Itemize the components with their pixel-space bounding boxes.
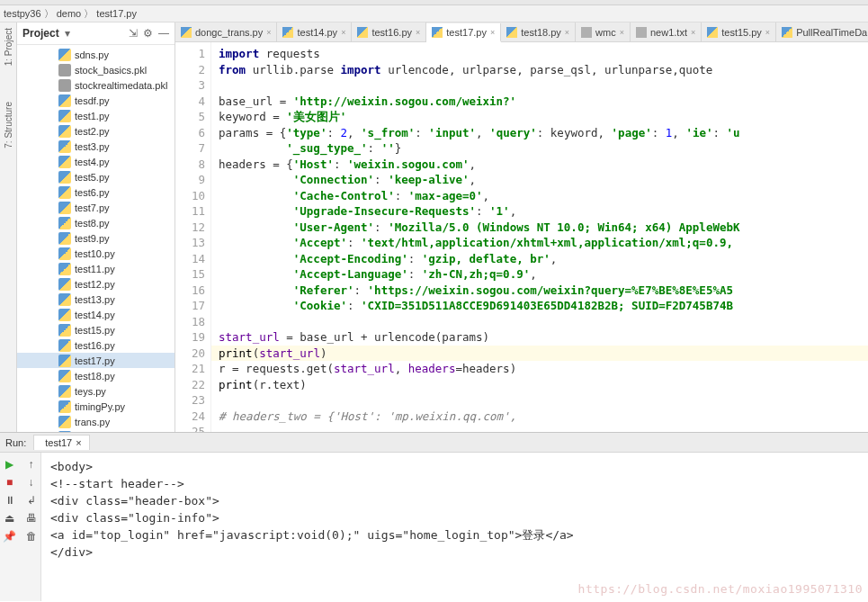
editor-tab[interactable]: test16.py× (352, 22, 426, 41)
code-line[interactable]: 'Connection': 'keep-alive', (219, 172, 868, 188)
output-line: <a id="top_login" href="javascript:void(… (50, 526, 859, 544)
editor-tab[interactable]: test17.py× (426, 23, 501, 42)
run-tab[interactable]: test17 × (33, 435, 89, 450)
code-line[interactable]: headers = {'Host': 'weixin.sogou.com', (219, 157, 868, 173)
code-line[interactable]: start_url = base_url + urlencode(params) (219, 329, 868, 346)
code-line[interactable]: base_url = 'http://weixin.sogou.com/weix… (219, 94, 868, 110)
pause-icon[interactable]: ⏸ (2, 492, 18, 508)
editor-tab[interactable]: test14.py× (277, 22, 352, 41)
code-line[interactable]: keyword = '美女图片' (219, 109, 868, 125)
tree-item[interactable]: test10.py (17, 246, 174, 261)
collapse-icon[interactable]: ⇲ (129, 27, 138, 40)
code-editor[interactable]: 1234567891011121314151617181920212223242… (175, 42, 868, 432)
python-file-icon (58, 171, 71, 184)
tree-item[interactable]: test12.py (17, 276, 174, 292)
project-pane-title: Project (22, 27, 59, 40)
code-line[interactable]: print(r.text) (219, 377, 868, 393)
code-line[interactable]: '_sug_type_': ''} (219, 140, 868, 157)
tree-item[interactable]: test3.py (17, 139, 174, 154)
trash-icon[interactable]: 🗑 (23, 528, 40, 544)
rerun-icon[interactable]: ▶ (2, 456, 18, 472)
tree-item[interactable]: test1.py (17, 108, 174, 123)
project-view-dropdown-icon[interactable]: ▾ (65, 27, 70, 40)
tree-item[interactable]: teys.py (17, 383, 174, 399)
tree-item-label: trans.py (75, 417, 110, 427)
editor-tab[interactable]: new1.txt× (631, 22, 702, 41)
editor-tab[interactable]: PullRealTimeDa× (776, 22, 868, 41)
code-line[interactable]: 'Accept-Encoding': 'gzip, deflate, br', (219, 251, 868, 267)
tree-item[interactable]: test8.py (17, 215, 174, 230)
code-line[interactable]: r = requests.get(start_url, headers=head… (219, 361, 868, 377)
tree-item-label: test11.py (75, 264, 115, 274)
code-line[interactable]: print(start_url) (211, 346, 868, 362)
tree-item-label: test15.py (75, 325, 115, 336)
code-line[interactable]: 'Accept': 'text/html,application/xhtml+x… (219, 235, 868, 251)
tree-item[interactable]: test2.py (17, 123, 174, 139)
close-icon[interactable]: × (76, 437, 81, 448)
tree-item[interactable]: trans.py (17, 414, 174, 429)
tree-item[interactable]: test11.py (17, 261, 174, 276)
tree-item[interactable]: test17.py (17, 353, 174, 368)
tree-item[interactable]: test16.py (17, 337, 174, 353)
editor-tab[interactable]: dongc_trans.py× (175, 22, 277, 41)
hide-icon[interactable]: — (158, 27, 169, 40)
code-line[interactable] (219, 77, 868, 94)
code-line[interactable] (219, 314, 868, 330)
tree-item[interactable]: test9.py (17, 230, 174, 246)
structure-tool-tab[interactable]: 7: Structure (4, 102, 13, 148)
soft-wrap-icon[interactable]: ↲ (23, 492, 40, 508)
tree-item-label: test18.py (75, 371, 115, 382)
project-tool-tab[interactable]: 1: Project (4, 28, 13, 66)
code-line[interactable]: 'Upgrade-Insecure-Requests': '1', (219, 203, 868, 220)
close-icon[interactable]: × (266, 28, 271, 37)
tree-item[interactable]: tesdf.py (17, 93, 174, 108)
pin-icon[interactable]: 📌 (2, 528, 18, 544)
tree-item[interactable]: timingPy.py (17, 399, 174, 414)
tree-item[interactable]: test4.py (17, 154, 174, 169)
tree-item[interactable]: test5.py (17, 169, 174, 184)
close-icon[interactable]: × (565, 28, 569, 37)
tree-item[interactable]: test7.py (17, 200, 174, 215)
code-line[interactable]: import requests (219, 46, 868, 62)
tree-item[interactable]: sdns.py (17, 47, 174, 62)
editor-tab[interactable]: wmc× (576, 22, 631, 41)
up-stack-icon[interactable]: ↑ (23, 456, 40, 472)
close-icon[interactable]: × (490, 28, 495, 37)
tree-item[interactable]: test18.py (17, 368, 174, 383)
code-line[interactable]: from urllib.parse import urlencode, urlp… (219, 62, 868, 78)
tree-item[interactable]: test14.py (17, 307, 174, 322)
close-icon[interactable]: × (341, 28, 345, 37)
editor-area: dongc_trans.py×test14.py×test16.py×test1… (175, 22, 868, 432)
tree-item[interactable]: test6.py (17, 184, 174, 200)
close-icon[interactable]: × (691, 28, 695, 37)
gear-icon[interactable]: ⚙ (143, 27, 153, 40)
project-tree[interactable]: sdns.pystock_basics.pklstockrealtimedata… (17, 45, 174, 432)
run-output[interactable]: <body><!--start header--><div class="hea… (41, 453, 868, 601)
tree-item[interactable]: test15.py (17, 322, 174, 337)
exit-icon[interactable]: ⏏ (2, 510, 18, 526)
stop-icon[interactable]: ■ (2, 474, 18, 490)
print-icon[interactable]: 🖶 (23, 510, 40, 526)
close-icon[interactable]: × (416, 28, 420, 37)
code-line[interactable] (219, 424, 868, 432)
close-icon[interactable]: × (620, 28, 624, 37)
editor-tabs[interactable]: dongc_trans.py×test14.py×test16.py×test1… (175, 22, 868, 42)
tree-item[interactable]: stock_basics.pkl (17, 62, 174, 77)
tree-item[interactable]: stockrealtimedata.pkl (17, 77, 174, 93)
editor-tab[interactable]: test15.py× (702, 22, 776, 41)
down-stack-icon[interactable]: ↓ (23, 474, 40, 490)
close-icon[interactable]: × (765, 28, 770, 37)
tree-item[interactable]: trans_test.py (17, 429, 174, 432)
code-line[interactable]: params = {'type': 2, 's_from': 'input', … (219, 125, 868, 141)
code-line[interactable]: 'Cookie': 'CXID=351D511A8CCE9D691403E65D… (219, 298, 868, 314)
breadcrumb[interactable]: testpy36 〉 demo 〉 test17.py (0, 5, 868, 22)
tree-item[interactable]: test13.py (17, 292, 174, 307)
code-line[interactable]: # headers_two = {'Host': 'mp.weixin.qq.c… (219, 409, 868, 425)
editor-tab[interactable]: test18.py× (501, 22, 576, 41)
code-line[interactable]: 'Accept-Language': 'zh-CN,zh;q=0.9', (219, 266, 868, 283)
code-line[interactable]: 'Referer': 'https://weixin.sogou.com/wei… (219, 283, 868, 299)
code-line[interactable]: 'Cache-Control': 'max-age=0', (219, 188, 868, 204)
code-text[interactable]: import requestsfrom urllib.parse import … (211, 42, 868, 432)
code-line[interactable]: 'User-Agent': 'Mozilla/5.0 (Windows NT 1… (219, 220, 868, 236)
code-line[interactable] (219, 392, 868, 409)
